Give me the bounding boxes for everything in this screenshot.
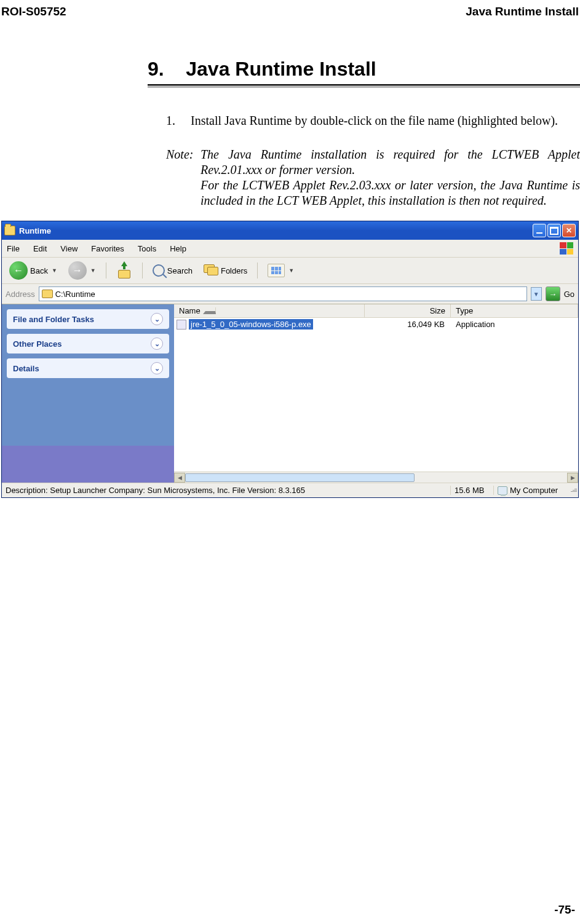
folders-button[interactable]: Folders bbox=[200, 263, 251, 278]
column-type[interactable]: Type bbox=[451, 304, 578, 317]
explorer-body: File and Folder Tasks ⌄ Other Places ⌄ D… bbox=[2, 304, 578, 483]
search-icon bbox=[153, 264, 165, 277]
page-number: -75- bbox=[554, 903, 575, 917]
maximize-button[interactable] bbox=[547, 224, 561, 237]
address-path: C:\Runtime bbox=[55, 290, 95, 299]
menubar: File Edit View Favorites Tools Help bbox=[2, 240, 578, 258]
views-button[interactable]: ▼ bbox=[264, 263, 298, 278]
address-input[interactable]: C:\Runtime bbox=[39, 286, 527, 301]
sidebar-gradient bbox=[2, 446, 174, 483]
scroll-left-button[interactable]: ◀ bbox=[174, 473, 185, 483]
windows-logo-icon bbox=[560, 242, 573, 255]
search-button[interactable]: Search bbox=[149, 263, 196, 278]
step-text: Install Java Runtime by double-click on … bbox=[191, 113, 558, 128]
status-bar: Description: Setup Launcher Company: Sun… bbox=[2, 483, 578, 497]
scroll-right-button[interactable]: ▶ bbox=[567, 473, 578, 483]
forward-button[interactable]: → ▼ bbox=[65, 260, 100, 281]
dropdown-icon[interactable]: ▼ bbox=[288, 267, 294, 274]
sort-ascending-icon bbox=[203, 307, 216, 314]
step-number: 1. bbox=[166, 113, 191, 128]
up-folder-icon bbox=[116, 263, 132, 278]
column-size[interactable]: Size bbox=[365, 304, 451, 317]
up-button[interactable] bbox=[113, 261, 136, 280]
close-button[interactable] bbox=[562, 224, 576, 237]
menu-edit[interactable]: Edit bbox=[33, 244, 47, 253]
folder-icon bbox=[4, 226, 15, 235]
menu-help[interactable]: Help bbox=[170, 244, 186, 253]
search-label: Search bbox=[167, 266, 193, 275]
column-headers: Name Size Type bbox=[174, 304, 578, 318]
file-type: Application bbox=[451, 320, 578, 329]
horizontal-scrollbar[interactable]: ◀ ▶ bbox=[174, 472, 578, 483]
separator bbox=[142, 263, 143, 278]
folders-icon bbox=[204, 264, 218, 277]
panel-label: Other Places bbox=[13, 339, 62, 349]
file-list[interactable]: jre-1_5_0_05-windows-i586-p.exe 16,049 K… bbox=[174, 318, 578, 472]
go-label: Go bbox=[564, 290, 574, 299]
file-size: 16,049 KB bbox=[365, 320, 451, 329]
forward-arrow-icon: → bbox=[68, 261, 87, 280]
sidebar-panel-details[interactable]: Details ⌄ bbox=[7, 358, 169, 378]
section-number: 9. bbox=[148, 58, 164, 80]
folder-icon bbox=[42, 290, 53, 298]
back-arrow-icon: ← bbox=[9, 261, 28, 280]
page-header: ROI-S05752 Java Runtime Install bbox=[0, 0, 580, 21]
section-title: Java Runtime Install bbox=[186, 58, 376, 80]
scroll-thumb[interactable] bbox=[185, 473, 415, 482]
status-description: Description: Setup Launcher Company: Sun… bbox=[2, 486, 451, 495]
column-name[interactable]: Name bbox=[174, 304, 365, 317]
views-icon bbox=[268, 264, 285, 277]
folders-label: Folders bbox=[221, 266, 247, 275]
separator bbox=[106, 263, 106, 278]
address-label: Address bbox=[6, 290, 35, 299]
heading-rule bbox=[148, 84, 580, 88]
minimize-button[interactable] bbox=[533, 224, 546, 237]
back-label: Back bbox=[30, 266, 48, 275]
computer-icon bbox=[498, 486, 507, 495]
dropdown-icon[interactable]: ▼ bbox=[90, 267, 96, 274]
menu-file[interactable]: File bbox=[7, 244, 20, 253]
sidebar-panel-file-tasks[interactable]: File and Folder Tasks ⌄ bbox=[7, 309, 169, 329]
menu-favorites[interactable]: Favorites bbox=[91, 244, 124, 253]
window-title: Runtime bbox=[19, 226, 533, 235]
note-line-1: The Java Runtime installation is require… bbox=[201, 148, 580, 176]
resize-grip-icon[interactable] bbox=[568, 489, 578, 492]
note-label: Note: bbox=[166, 147, 201, 208]
separator bbox=[257, 263, 258, 278]
header-right: Java Runtime Install bbox=[466, 5, 579, 18]
go-button[interactable]: → bbox=[546, 286, 560, 301]
scroll-track[interactable] bbox=[185, 473, 567, 483]
dropdown-icon[interactable]: ▼ bbox=[52, 267, 57, 274]
file-list-area: Name Size Type jre-1_5_0_05-windows-i586… bbox=[174, 304, 578, 483]
step-1: 1. Install Java Runtime by double-click … bbox=[166, 113, 580, 128]
toolbar: ← Back ▼ → ▼ Search Folders ▼ bbox=[2, 258, 578, 284]
file-name[interactable]: jre-1_5_0_05-windows-i586-p.exe bbox=[189, 319, 313, 330]
note-block: Note: The Java Runtime installation is r… bbox=[166, 147, 580, 208]
menu-tools[interactable]: Tools bbox=[138, 244, 156, 253]
status-size: 15.6 MB bbox=[451, 486, 494, 495]
sidebar-panel-other-places[interactable]: Other Places ⌄ bbox=[7, 334, 169, 353]
titlebar[interactable]: Runtime bbox=[2, 221, 578, 240]
exe-file-icon bbox=[177, 320, 186, 330]
explorer-window: Runtime File Edit View Favorites Tools H… bbox=[1, 221, 579, 498]
chevron-down-icon[interactable]: ⌄ bbox=[151, 338, 163, 350]
menu-view[interactable]: View bbox=[60, 244, 77, 253]
note-line-2: For the LCTWEB Applet Rev.2.03.xxx or la… bbox=[201, 178, 580, 207]
status-location: My Computer bbox=[494, 486, 568, 495]
address-dropdown-button[interactable]: ▼ bbox=[531, 287, 542, 301]
address-bar: Address C:\Runtime ▼ → Go bbox=[2, 284, 578, 304]
status-location-label: My Computer bbox=[510, 486, 558, 495]
panel-label: Details bbox=[13, 364, 39, 373]
col-name-label: Name bbox=[179, 306, 201, 315]
col-type-label: Type bbox=[456, 306, 473, 315]
panel-label: File and Folder Tasks bbox=[13, 315, 94, 324]
section-heading: 9. Java Runtime Install bbox=[148, 58, 580, 81]
chevron-down-icon[interactable]: ⌄ bbox=[151, 313, 163, 325]
back-button[interactable]: ← Back ▼ bbox=[6, 260, 61, 281]
col-size-label: Size bbox=[430, 306, 445, 315]
file-row[interactable]: jre-1_5_0_05-windows-i586-p.exe 16,049 K… bbox=[174, 318, 578, 331]
tasks-sidebar: File and Folder Tasks ⌄ Other Places ⌄ D… bbox=[2, 304, 174, 483]
chevron-down-icon[interactable]: ⌄ bbox=[151, 362, 163, 374]
header-left: ROI-S05752 bbox=[1, 5, 66, 18]
